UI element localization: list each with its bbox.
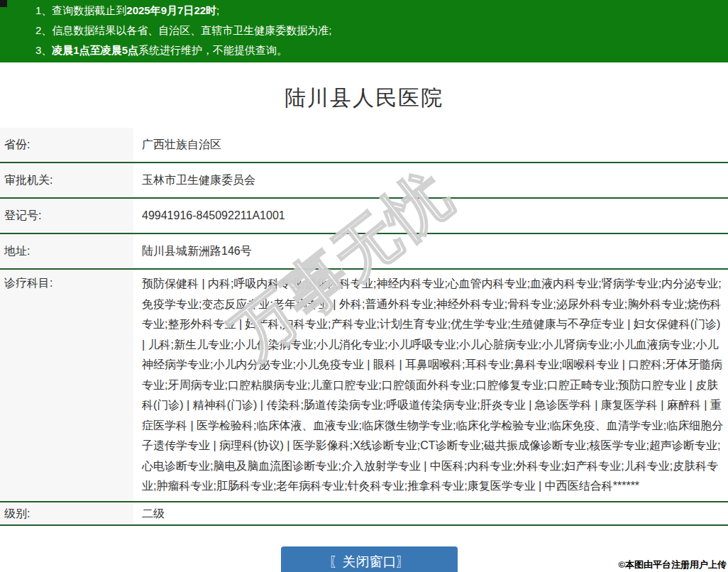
table-row-registration-number: 登记号: 49941916-845092211A1001 — [0, 199, 728, 234]
field-label: 诊疗科目: — [0, 270, 133, 501]
field-value: 广西壮族自治区 — [133, 128, 728, 162]
field-label: 级别: — [0, 502, 133, 524]
info-table: 省份: 广西壮族自治区 审批机关: 玉林市卫生健康委员会 登记号: 499419… — [0, 128, 728, 526]
field-value: 49941916-845092211A1001 — [133, 199, 728, 233]
screenshot-corner-artifact — [0, 0, 7, 7]
notice-line-3: 3、凌晨1点至凌晨5点系统进行维护，不能提供查询。 — [35, 40, 728, 60]
field-value: 玉林市卫生健康委员会 — [133, 163, 728, 197]
notice-line-2-number: 2、 — [35, 24, 52, 36]
notice-line-1-tail: ; — [216, 4, 219, 16]
field-value: 二级 — [133, 502, 728, 524]
notice-line-1: 1、查询数据截止到2025年9月7日22时; — [35, 1, 728, 21]
notice-line-1-bold: 2025年9月7日22时 — [126, 4, 216, 16]
notice-line-1-number: 1、 — [35, 4, 52, 16]
notice-line-3-bold: 凌晨1点至凌晨5点 — [52, 44, 138, 56]
notice-line-2-text: 信息数据结果以各省、自治区、直辖市卫生健康委数据为准; — [52, 24, 331, 36]
field-value: 预防保健科 | 内科;呼吸内科专业;消化内科专业;神经内科专业;心血管内科专业;… — [133, 270, 728, 501]
notice-line-2: 2、信息数据结果以各省、自治区、直辖市卫生健康委数据为准; — [35, 21, 728, 40]
notice-banner: 1、查询数据截止到2025年9月7日22时; 2、信息数据结果以各省、自治区、直… — [0, 0, 728, 62]
field-label: 登记号: — [0, 199, 133, 233]
page-title: 陆川县人民医院 — [0, 84, 728, 113]
field-value: 陆川县城新洲路146号 — [133, 234, 728, 268]
field-label: 省份: — [0, 128, 133, 162]
upload-copyright-note: ©本图由平台注册用户上传 — [618, 559, 727, 571]
table-row-address: 地址: 陆川县城新洲路146号 — [0, 234, 728, 270]
field-label: 地址: — [0, 234, 133, 268]
table-row-approval-authority: 审批机关: 玉林市卫生健康委员会 — [0, 163, 728, 199]
notice-line-3-number: 3、 — [35, 44, 52, 56]
hospital-info-page: 1、查询数据截止到2025年9月7日22时; 2、信息数据结果以各省、自治区、直… — [0, 0, 728, 572]
field-label: 审批机关: — [0, 163, 133, 197]
table-row-province: 省份: 广西壮族自治区 — [0, 128, 728, 163]
table-row-medical-subjects: 诊疗科目: 预防保健科 | 内科;呼吸内科专业;消化内科专业;神经内科专业;心血… — [0, 270, 728, 502]
notice-line-3-tail: 系统进行维护，不能提供查询。 — [138, 44, 287, 56]
close-window-button[interactable]: 〖关闭窗口〗 — [281, 546, 458, 572]
notice-line-1-text: 查询数据截止到 — [52, 4, 126, 16]
table-row-level: 级别: 二级 — [0, 502, 728, 526]
